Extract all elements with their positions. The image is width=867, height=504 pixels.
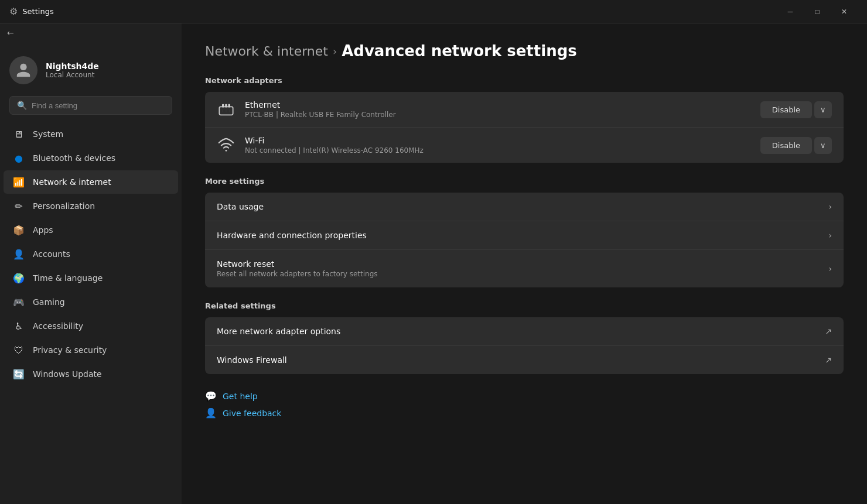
related-settings-card: More network adapter options ↗ Windows F…	[205, 317, 844, 374]
back-icon: ←	[7, 28, 14, 37]
data-usage-title: Data usage	[217, 202, 819, 211]
apps-icon: 📦	[13, 224, 25, 236]
ethernet-adapter-row: Ethernet PTCL-BB | Realtek USB FE Family…	[205, 92, 844, 128]
minimize-button[interactable]: ─	[777, 0, 804, 23]
breadcrumb-separator: ›	[333, 45, 337, 57]
sidebar-item-network[interactable]: 📶 Network & internet	[4, 170, 178, 194]
titlebar: ⚙ Settings ─ □ ✕	[0, 0, 867, 23]
wifi-expand-button[interactable]: ∨	[814, 137, 832, 154]
sidebar-item-label: Windows Update	[33, 369, 102, 379]
sidebar-item-label: Gaming	[33, 297, 65, 307]
get-help-label: Get help	[223, 392, 258, 401]
user-subtitle: Local Account	[46, 71, 99, 79]
search-input[interactable]	[32, 101, 165, 110]
wifi-description: Not connected | Intel(R) Wireless-AC 926…	[245, 146, 751, 155]
sidebar-item-time[interactable]: 🌍 Time & language	[4, 266, 178, 290]
bluetooth-icon: ●	[13, 152, 25, 164]
privacy-icon: 🛡	[13, 344, 25, 356]
update-icon: 🔄	[13, 368, 25, 380]
wifi-icon	[217, 136, 235, 155]
close-button[interactable]: ✕	[831, 0, 858, 23]
give-feedback-label: Give feedback	[223, 409, 281, 418]
get-help-icon: 💬	[205, 390, 217, 402]
system-icon: 🖥	[13, 128, 25, 140]
windows-firewall-title: Windows Firewall	[217, 355, 815, 365]
sidebar-item-label: Accounts	[33, 249, 70, 259]
data-usage-row[interactable]: Data usage ›	[205, 193, 844, 221]
get-help-link[interactable]: 💬 Get help	[205, 390, 844, 402]
user-name: Nightsh4de	[46, 61, 99, 71]
breadcrumb-parent[interactable]: Network & internet	[205, 44, 328, 59]
search-box[interactable]: 🔍	[9, 96, 172, 115]
hardware-props-title: Hardware and connection properties	[217, 231, 819, 240]
sidebar: ← Nightsh4de Local Account 🔍 🖥 System	[0, 23, 182, 504]
related-settings-title: Related settings	[205, 301, 844, 310]
sidebar-item-accounts[interactable]: 👤 Accounts	[4, 242, 178, 266]
sidebar-item-update[interactable]: 🔄 Windows Update	[4, 362, 178, 386]
svg-rect-3	[228, 104, 231, 108]
sidebar-item-label: Bluetooth & devices	[33, 153, 115, 163]
windows-firewall-external-icon: ↗	[825, 355, 832, 365]
more-adapter-external-icon: ↗	[825, 327, 832, 336]
sidebar-item-label: System	[33, 129, 63, 139]
hardware-props-content: Hardware and connection properties	[217, 231, 819, 240]
give-feedback-link[interactable]: 👤 Give feedback	[205, 407, 844, 419]
more-adapter-options-content: More network adapter options	[217, 327, 815, 336]
back-button[interactable]: ←	[0, 23, 182, 42]
more-adapter-options-title: More network adapter options	[217, 327, 815, 336]
sidebar-item-accessibility[interactable]: ♿ Accessibility	[4, 314, 178, 338]
wifi-disable-button[interactable]: Disable	[760, 137, 812, 154]
more-settings-section: More settings Data usage › Hardware and …	[205, 177, 844, 287]
time-icon: 🌍	[13, 272, 25, 284]
personalization-icon: ✏️	[13, 200, 25, 212]
sidebar-item-privacy[interactable]: 🛡 Privacy & security	[4, 338, 178, 362]
wifi-name: Wi-Fi	[245, 136, 751, 145]
sidebar-item-bluetooth[interactable]: ● Bluetooth & devices	[4, 146, 178, 170]
sidebar-item-apps[interactable]: 📦 Apps	[4, 218, 178, 242]
sidebar-item-label: Personalization	[33, 201, 95, 211]
sidebar-item-label: Time & language	[33, 273, 103, 283]
ethernet-icon	[217, 100, 235, 119]
ethernet-expand-button[interactable]: ∨	[814, 101, 832, 118]
wifi-adapter-row: Wi-Fi Not connected | Intel(R) Wireless-…	[205, 128, 844, 163]
sidebar-item-label: Accessibility	[33, 321, 83, 331]
window-controls: ─ □ ✕	[777, 0, 858, 23]
user-icon	[15, 62, 32, 78]
network-reset-chevron: ›	[828, 264, 832, 273]
network-adapters-title: Network adapters	[205, 76, 844, 85]
accessibility-icon: ♿	[13, 320, 25, 332]
data-usage-content: Data usage	[217, 202, 819, 211]
ethernet-name: Ethernet	[245, 100, 751, 109]
user-section: Nightsh4de Local Account	[0, 42, 182, 96]
maximize-button[interactable]: □	[804, 0, 831, 23]
search-icon: 🔍	[17, 101, 27, 110]
ethernet-description: PTCL-BB | Realtek USB FE Family Controll…	[245, 111, 751, 119]
windows-firewall-content: Windows Firewall	[217, 355, 815, 365]
sidebar-item-system[interactable]: 🖥 System	[4, 122, 178, 146]
settings-icon: ⚙	[9, 6, 18, 17]
ethernet-disable-button[interactable]: Disable	[760, 101, 812, 118]
more-settings-card: Data usage › Hardware and connection pro…	[205, 193, 844, 287]
svg-rect-1	[222, 104, 224, 108]
data-usage-chevron: ›	[828, 202, 832, 211]
breadcrumb: Network & internet › Advanced network se…	[205, 42, 844, 60]
sidebar-item-label: Privacy & security	[33, 345, 107, 355]
network-icon: 📶	[13, 176, 25, 188]
more-settings-title: More settings	[205, 177, 844, 186]
more-adapter-options-row[interactable]: More network adapter options ↗	[205, 317, 844, 346]
windows-firewall-row[interactable]: Windows Firewall ↗	[205, 346, 844, 374]
give-feedback-icon: 👤	[205, 407, 217, 419]
main-area: ← Nightsh4de Local Account 🔍 🖥 System	[0, 23, 867, 504]
sidebar-item-gaming[interactable]: 🎮 Gaming	[4, 290, 178, 314]
hardware-props-row[interactable]: Hardware and connection properties ›	[205, 221, 844, 250]
titlebar-title: Settings	[22, 7, 53, 16]
network-reset-subtitle: Reset all network adapters to factory se…	[217, 270, 819, 278]
bottom-links: 💬 Get help 👤 Give feedback	[205, 390, 844, 419]
network-reset-row[interactable]: Network reset Reset all network adapters…	[205, 250, 844, 287]
wifi-info: Wi-Fi Not connected | Intel(R) Wireless-…	[245, 136, 751, 155]
network-reset-content: Network reset Reset all network adapters…	[217, 259, 819, 278]
avatar	[9, 56, 37, 84]
sidebar-item-personalization[interactable]: ✏️ Personalization	[4, 194, 178, 218]
hardware-props-chevron: ›	[828, 231, 832, 240]
content-area: Network & internet › Advanced network se…	[182, 23, 867, 504]
